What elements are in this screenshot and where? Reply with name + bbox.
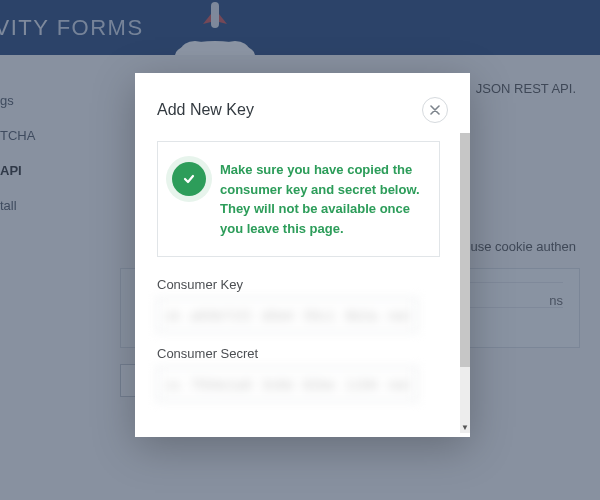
scrollbar-down-arrow[interactable]: ▼ — [460, 421, 470, 433]
consumer-key-input[interactable] — [157, 298, 417, 332]
check-icon — [172, 162, 206, 196]
notice-text: Make sure you have copied the consumer k… — [220, 160, 423, 238]
consumer-key-label: Consumer Key — [157, 277, 448, 292]
scrollbar-thumb[interactable] — [460, 133, 470, 367]
add-key-modal: ▼ Add New Key Make sure you have copied … — [135, 73, 470, 437]
close-button[interactable] — [422, 97, 448, 123]
success-notice: Make sure you have copied the consumer k… — [157, 141, 440, 257]
modal-header: Add New Key — [157, 97, 448, 123]
modal-scrollbar[interactable]: ▼ — [460, 133, 470, 433]
close-icon — [430, 105, 440, 115]
modal-title: Add New Key — [157, 101, 254, 119]
consumer-secret-input[interactable] — [157, 367, 417, 401]
consumer-secret-label: Consumer Secret — [157, 346, 448, 361]
